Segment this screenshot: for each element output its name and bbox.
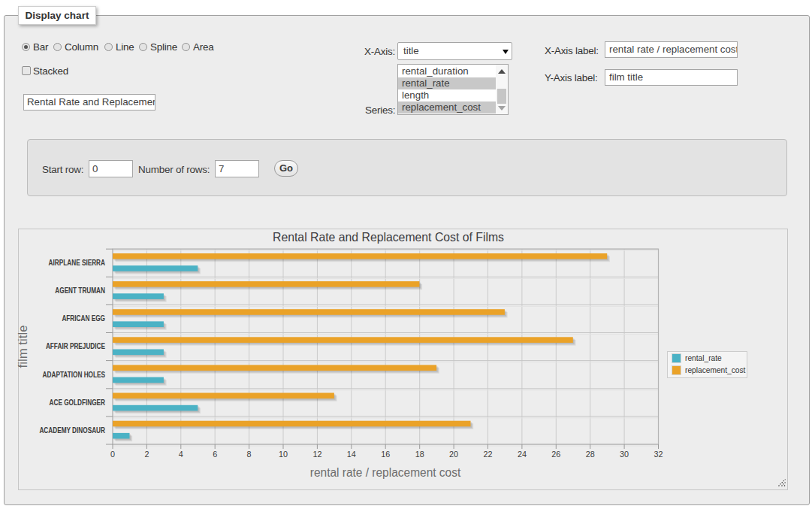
svg-text:14: 14 (347, 450, 356, 459)
svg-text:2: 2 (144, 450, 149, 459)
svg-text:AGENT TRUMAN: AGENT TRUMAN (55, 286, 105, 295)
svg-text:8: 8 (247, 450, 252, 459)
svg-text:28: 28 (586, 450, 595, 459)
svg-text:20: 20 (449, 450, 458, 459)
svg-text:AFRICAN EGG: AFRICAN EGG (62, 314, 105, 323)
svg-text:26: 26 (551, 450, 560, 459)
svg-text:24: 24 (518, 450, 527, 459)
svg-text:16: 16 (381, 450, 390, 459)
svg-text:AFFAIR PREJUDICE: AFFAIR PREJUDICE (46, 342, 105, 350)
svg-text:AIRPLANE SIERRA: AIRPLANE SIERRA (49, 259, 105, 267)
svg-text:22: 22 (483, 450, 492, 459)
svg-text:4: 4 (179, 450, 183, 459)
svg-text:30: 30 (620, 450, 629, 459)
svg-text:12: 12 (312, 450, 321, 459)
svg-text:Rental Rate and Replacement Co: Rental Rate and Replacement Cost of Film… (273, 230, 504, 244)
svg-text:10: 10 (279, 450, 288, 459)
svg-text:ACE GOLDFINGER: ACE GOLDFINGER (50, 398, 106, 407)
svg-text:rental rate / replacement cost: rental rate / replacement cost (310, 466, 461, 479)
svg-text:32: 32 (654, 450, 663, 459)
svg-text:6: 6 (213, 450, 217, 459)
svg-text:replacement_cost: replacement_cost (685, 366, 746, 374)
svg-text:ACADEMY DINOSAUR: ACADEMY DINOSAUR (39, 426, 105, 435)
svg-text:ADAPTATION HOLES: ADAPTATION HOLES (43, 371, 106, 379)
svg-text:18: 18 (415, 450, 424, 459)
svg-text:rental_rate: rental_rate (685, 354, 722, 362)
svg-text:0: 0 (110, 450, 115, 459)
svg-text:film title: film title (17, 325, 29, 368)
